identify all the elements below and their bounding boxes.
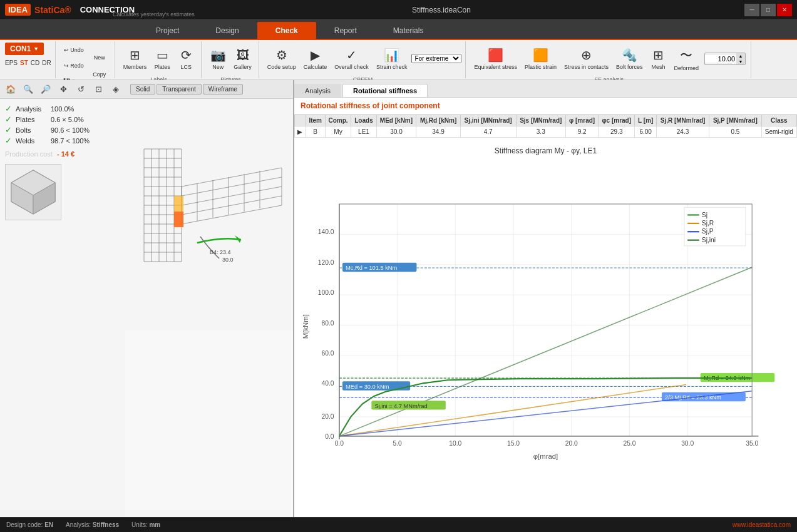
eps-tab-eps[interactable]: EPS [5, 59, 18, 66]
svg-text:20.0: 20.0 [322, 413, 334, 420]
cell-loads: LE1 [351, 126, 376, 138]
strain-check-button[interactable]: 📊 Strain check [373, 43, 411, 75]
code-setup-button[interactable]: ⚙ Code setup [264, 43, 299, 75]
fe-up-button[interactable]: ▲ [736, 53, 745, 59]
website-link[interactable]: www.ideastatica.com [733, 521, 791, 528]
home-view-button[interactable]: 🏠 [3, 82, 19, 97]
con-dropdown[interactable]: CON1 ▼ [5, 43, 44, 55]
members-button[interactable]: ⊞ Members [120, 43, 150, 75]
svg-text:MEd = 30.0 kNm: MEd = 30.0 kNm [346, 384, 389, 390]
close-button[interactable]: ✕ [777, 4, 792, 16]
stress-contacts-button[interactable]: ⊕ Stress in contacts [561, 43, 612, 75]
toolbar: CON1 ▼ EPS ST CD DR ↩ Undo ↪ Redo 💾 Save [0, 40, 797, 80]
eps-tab-dr[interactable]: DR [42, 59, 51, 66]
fe-value-input[interactable] [705, 55, 736, 63]
cell-med: 30.0 [376, 126, 416, 138]
toolbar-pictures-group: 📷 New 🖼 Gallery Pictures [203, 41, 259, 78]
file-title: Stiffness.ideaCon [412, 6, 471, 14]
bolt-forces-button[interactable]: 🔩 Bolt forces [613, 43, 646, 75]
for-extreme-select[interactable]: For extreme LE1 [411, 54, 461, 63]
maximize-button[interactable]: □ [761, 4, 776, 16]
col-phi: φ [mrad] [566, 115, 599, 126]
svg-text:100.0: 100.0 [318, 289, 334, 296]
gallery-button[interactable]: 🖼 Gallery [230, 43, 255, 75]
redo-button[interactable]: ↪ Redo [61, 58, 87, 73]
fe-down-button[interactable]: ▼ [736, 59, 745, 64]
zoom-button[interactable]: 🔎 [38, 82, 54, 97]
minimize-button[interactable]: ─ [744, 4, 759, 16]
col-med: MEd [kNm] [376, 115, 416, 126]
cell-phi: 9.2 [566, 126, 599, 138]
cell-sjp: 0.5 [709, 126, 761, 138]
expand-cell[interactable]: ▶ [295, 126, 306, 138]
equivalent-stress-button[interactable]: 🟥 Equivalent stress [471, 43, 520, 75]
transparent-mode-button[interactable]: Transparent [157, 84, 202, 95]
3d-mesh-svg: 30.0 B4: 23.4 [125, 99, 293, 330]
svg-text:30.0: 30.0 [222, 257, 234, 263]
plates-button[interactable]: ▭ Plates [151, 43, 173, 75]
svg-text:B4: 23.4: B4: 23.4 [210, 249, 231, 255]
plates-check-label: Plates [16, 116, 47, 123]
new-button-2[interactable]: 📷 New [207, 43, 229, 75]
eps-tab-st[interactable]: ST [20, 59, 28, 66]
table-row[interactable]: ▶ B My LE1 30.0 34.9 4.7 3.3 9.2 29.3 6.… [295, 126, 797, 138]
tab-design[interactable]: Design [197, 22, 257, 39]
col-expand [295, 115, 306, 126]
undo-button[interactable]: ↩ Undo [61, 43, 87, 58]
plastic-strain-button[interactable]: 🟧 Plastic strain [522, 43, 560, 75]
design-code-value: EN [44, 521, 53, 528]
cell-sjs: 3.3 [516, 126, 566, 138]
svg-text:35.0: 35.0 [746, 440, 758, 447]
overall-check-button[interactable]: ✓ Overall check [331, 43, 372, 75]
tab-rotational-stiffness[interactable]: Rotational stiffness [342, 84, 428, 97]
eps-tab-cd[interactable]: CD [31, 59, 39, 66]
units-label: Units: mm [131, 521, 160, 528]
chart-title: Stiffness diagram My - φy, LE1 [301, 146, 791, 155]
tab-materials[interactable]: Materials [375, 22, 442, 39]
plates-check-icon: ✓ [5, 115, 12, 124]
new-button-1[interactable]: New [88, 49, 111, 66]
svg-text:60.0: 60.0 [322, 350, 334, 357]
cell-phic: 29.3 [599, 126, 635, 138]
bolts-check-label: Bolts [16, 126, 47, 134]
calculate-button[interactable]: ▶ Calculate [301, 43, 331, 75]
solid-mode-button[interactable]: Solid [130, 84, 155, 95]
svg-text:20.0: 20.0 [565, 440, 578, 447]
3d-viewport[interactable]: [%] 1.800 1.60 1.40 1.20 1.00 0.80 0.60 … [125, 99, 293, 517]
svg-text:120.0: 120.0 [318, 259, 334, 266]
pan-button[interactable]: ✥ [55, 82, 71, 97]
lcs-button[interactable]: ⟳ LCS [175, 43, 197, 75]
results-header: Rotational stiffness of joint component [294, 98, 797, 115]
col-sjp: Sj,P [MNm/rad] [709, 115, 761, 126]
svg-text:Sj,P: Sj,P [702, 228, 714, 235]
svg-text:0.0: 0.0 [335, 440, 344, 447]
search-view-button[interactable]: 🔍 [20, 82, 36, 97]
eps-tabs: EPS ST CD DR [5, 59, 51, 66]
tab-analysis[interactable]: Analysis [294, 84, 341, 97]
welds-check-row: ✓ Welds 98.7 < 100% [5, 136, 120, 145]
results-table: Item Comp. Loads MEd [kNm] Mj,Rd [kNm] S… [294, 115, 797, 138]
mesh-button[interactable]: ⊞ Mesh [647, 43, 670, 75]
tab-check[interactable]: Check [257, 22, 316, 39]
svg-text:80.0: 80.0 [322, 320, 334, 327]
tab-project[interactable]: Project [138, 22, 197, 39]
wireframe-mode-button[interactable]: Wireframe [203, 84, 243, 95]
window-controls[interactable]: ─ □ ✕ [744, 4, 792, 16]
toolbar-con-group: CON1 ▼ EPS ST CD DR [1, 41, 56, 78]
col-sjini: Sj,ini [MNm/rad] [460, 115, 516, 126]
design-code-label: Design code: EN [6, 521, 53, 528]
main-tabbar: Project Design Check Report Materials [0, 20, 797, 40]
view-mode-buttons: Solid Transparent Wireframe [130, 84, 243, 95]
clip-button[interactable]: ◈ [108, 82, 124, 97]
deformed-button[interactable]: 〜 Deformed [671, 43, 702, 75]
svg-text:Sj: Sj [702, 212, 707, 218]
svg-text:140.0: 140.0 [318, 228, 334, 235]
fe-spinbox[interactable]: ▲ ▼ [704, 53, 746, 65]
svg-text:Sj,R: Sj,R [702, 220, 714, 227]
plates-check-value: 0.6 × 5.0% [51, 116, 84, 123]
rotate-button[interactable]: ↺ [73, 82, 89, 97]
plates-check-row: ✓ Plates 0.6 × 5.0% [5, 115, 120, 124]
results-table-container: Item Comp. Loads MEd [kNm] Mj,Rd [kNm] S… [294, 115, 797, 140]
tab-report[interactable]: Report [316, 22, 375, 39]
fit-button[interactable]: ⊡ [90, 82, 106, 97]
